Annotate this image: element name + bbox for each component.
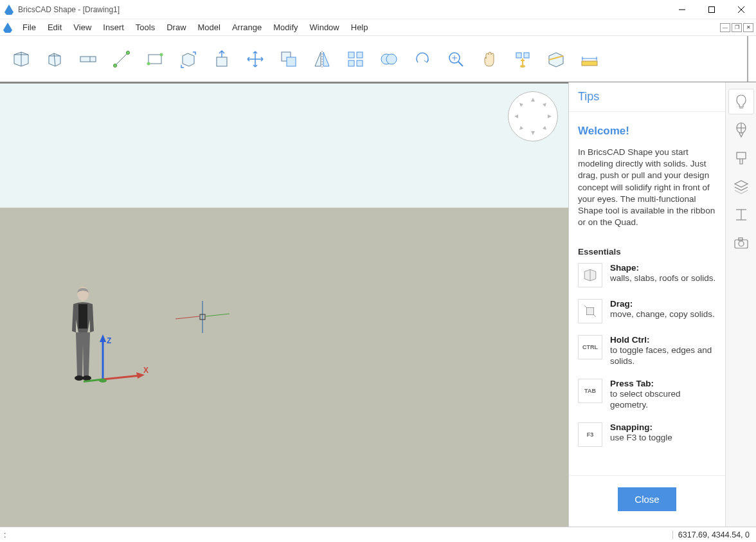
- tool-pushpull[interactable]: [208, 46, 235, 73]
- svg-rect-1: [709, 6, 715, 12]
- window-title: BricsCAD Shape - [Drawing1]: [18, 5, 120, 14]
- strip-balloon-icon[interactable]: [728, 117, 754, 143]
- menu-insert[interactable]: Insert: [97, 21, 130, 34]
- titlebar: BricsCAD Shape - [Drawing1]: [0, 0, 756, 19]
- doc-icon: [3, 23, 13, 33]
- strip-brush-icon[interactable]: [728, 145, 754, 171]
- svg-rect-16: [348, 52, 354, 58]
- menu-model[interactable]: Model: [192, 21, 226, 34]
- menu-view[interactable]: View: [68, 21, 97, 34]
- menubar: File Edit View Insert Tools Draw Model A…: [0, 19, 756, 36]
- tool-visual-style[interactable]: [509, 46, 536, 73]
- strip-structure-icon[interactable]: [728, 202, 754, 228]
- tips-body[interactable]: Welcome! In BricsCAD Shape you start mod…: [569, 112, 725, 475]
- svg-line-47: [103, 375, 140, 379]
- command-prompt[interactable]: :: [0, 530, 6, 539]
- main-area: Z X Tips Welcome! In BricsCAD Shape you …: [0, 82, 756, 527]
- svg-rect-59: [737, 152, 746, 159]
- close-window-button[interactable]: [726, 0, 756, 19]
- svg-point-50: [99, 379, 107, 383]
- svg-rect-55: [586, 307, 593, 314]
- statusbar: : 6317.69, 4344.54, 0: [0, 527, 756, 542]
- svg-rect-42: [78, 304, 87, 329]
- menu-edit[interactable]: Edit: [42, 21, 68, 34]
- menu-window[interactable]: Window: [304, 21, 345, 34]
- essential-tab: TAB Press Tab:to select obscured geometr…: [578, 379, 716, 411]
- tool-line[interactable]: [108, 46, 135, 73]
- app-icon: [4, 5, 14, 15]
- tool-section[interactable]: [543, 46, 570, 73]
- svg-marker-33: [531, 98, 535, 102]
- essential-snapping: F3 Snapping:use F3 to toggle: [578, 422, 716, 447]
- tool-copy[interactable]: [275, 46, 302, 73]
- essential-shape: Shape:walls, slabs, roofs or solids.: [578, 263, 716, 287]
- close-tips-button[interactable]: Close: [618, 487, 676, 511]
- tool-union[interactable]: [375, 46, 402, 73]
- tool-rectangle[interactable]: [141, 46, 168, 73]
- mdi-close[interactable]: ✕: [743, 23, 753, 32]
- tool-pan[interactable]: [476, 46, 503, 73]
- view-direction-widget[interactable]: [508, 91, 558, 141]
- tool-mirror[interactable]: [309, 46, 336, 73]
- viewport[interactable]: Z X: [0, 82, 568, 527]
- svg-marker-38: [543, 103, 546, 107]
- menu-tools[interactable]: Tools: [130, 21, 161, 34]
- tool-measure[interactable]: [576, 46, 603, 73]
- tool-drag[interactable]: [175, 46, 202, 73]
- strip-layers-icon[interactable]: [728, 174, 754, 199]
- svg-line-52: [176, 316, 199, 319]
- axis-indicator: Z X: [84, 334, 154, 392]
- tool-rotate[interactable]: [409, 46, 436, 73]
- mdi-restore[interactable]: ❐: [732, 23, 742, 32]
- strip-camera-icon[interactable]: [728, 230, 754, 256]
- tips-welcome: Welcome!: [578, 125, 716, 138]
- menu-help[interactable]: Help: [345, 21, 374, 34]
- svg-marker-35: [514, 114, 518, 118]
- svg-point-8: [127, 51, 130, 54]
- window-controls: [667, 0, 756, 19]
- tool-array[interactable]: [342, 46, 369, 73]
- tips-title: Tips: [578, 90, 716, 104]
- tool-shape[interactable]: [8, 46, 35, 73]
- svg-rect-9: [148, 55, 161, 64]
- f3-key-icon: F3: [578, 422, 602, 447]
- svg-point-28: [520, 65, 525, 68]
- svg-rect-27: [524, 53, 529, 58]
- svg-point-10: [147, 62, 150, 65]
- essential-drag: Drag:move, change, copy solids.: [578, 299, 716, 323]
- svg-line-23: [458, 62, 463, 66]
- menu-draw[interactable]: Draw: [161, 21, 192, 34]
- right-strip: [725, 82, 756, 527]
- menu-arrange[interactable]: Arrange: [226, 21, 267, 34]
- tool-wall[interactable]: [75, 46, 102, 73]
- essential-ctrl: CTRL Hold Ctrl:to toggle faces, edges an…: [578, 335, 716, 367]
- svg-point-64: [739, 241, 744, 246]
- svg-line-53: [206, 314, 230, 316]
- shape-icon: [578, 263, 602, 287]
- svg-rect-14: [287, 57, 296, 66]
- svg-rect-12: [217, 57, 227, 66]
- svg-marker-37: [519, 103, 523, 107]
- menu-modify[interactable]: Modify: [267, 21, 303, 34]
- ctrl-key-icon: CTRL: [578, 335, 602, 359]
- tool-zoom[interactable]: [442, 46, 469, 73]
- svg-marker-36: [548, 114, 552, 118]
- svg-rect-26: [516, 53, 521, 58]
- minimize-button[interactable]: [667, 0, 697, 19]
- toolbar: [0, 36, 756, 82]
- tips-intro: In BricsCAD Shape you start modeling dir…: [578, 147, 716, 229]
- axis-x-label: X: [143, 366, 148, 375]
- axis-z-label: Z: [107, 336, 111, 345]
- tool-box[interactable]: [41, 46, 68, 73]
- mdi-minimize[interactable]: —: [720, 23, 730, 32]
- coordinates: 6317.69, 4344.54, 0: [672, 530, 756, 539]
- crosshair-cursor: [174, 301, 231, 333]
- essentials-heading: Essentials: [578, 247, 716, 257]
- svg-point-21: [386, 54, 397, 64]
- menu-file[interactable]: File: [17, 21, 42, 34]
- svg-marker-39: [519, 126, 523, 130]
- maximize-button[interactable]: [697, 0, 726, 19]
- tool-move[interactable]: [242, 46, 269, 73]
- strip-tips-icon[interactable]: [728, 89, 754, 114]
- tips-header: Tips: [569, 82, 725, 112]
